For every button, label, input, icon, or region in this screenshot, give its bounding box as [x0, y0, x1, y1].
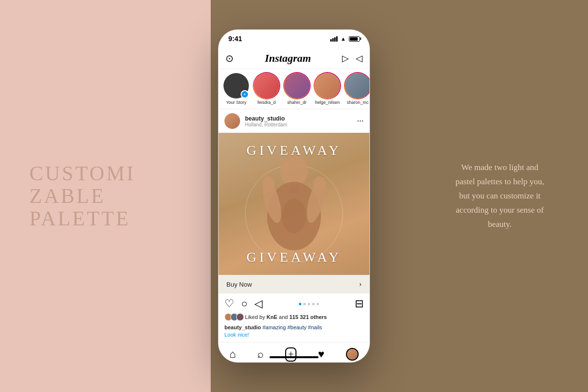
- instagram-logo: Instagram: [265, 52, 311, 65]
- like-icon[interactable]: ♡: [224, 297, 234, 310]
- post-image: GIVEAWAY GIVEAWAY: [219, 133, 369, 275]
- post-actions: ♡ ○ ◁ ⊟: [219, 294, 369, 312]
- action-left-icons: ♡ ○ ◁: [224, 297, 263, 310]
- bottom-nav: ⌂ ⌕ + ♥: [219, 342, 369, 363]
- story-label-3: helge_nilsen: [315, 100, 340, 105]
- story-label-1: feisdra_d: [257, 100, 275, 105]
- dot-2: [303, 303, 306, 305]
- post-location: Holland, Rotterdam: [245, 122, 352, 127]
- story-label-yourstory: Your Story: [226, 100, 246, 105]
- dot-5: [317, 303, 319, 305]
- instagram-header-actions: ▷ ◁: [342, 53, 363, 64]
- heart-nav-icon[interactable]: ♥: [318, 348, 324, 361]
- home-icon[interactable]: ⌂: [229, 348, 236, 361]
- post-more-icon[interactable]: ···: [357, 116, 364, 126]
- camera-icon[interactable]: ⊙: [225, 52, 234, 64]
- stories-row: + Your Story feisdra_d: [219, 69, 369, 109]
- status-time: 9:41: [228, 35, 242, 43]
- right-panel-description: We made two light and pastel palettes to…: [451, 161, 549, 231]
- signal-bars-icon: [330, 36, 338, 42]
- post-username[interactable]: beauty_studio: [245, 115, 352, 122]
- comment-icon[interactable]: ○: [241, 297, 247, 310]
- likes-text: Liked by KnE and 115 321 others: [245, 314, 327, 320]
- your-story-item[interactable]: + Your Story: [223, 73, 249, 105]
- post-likes: Liked by KnE and 115 321 others: [219, 312, 369, 323]
- instagram-header: ⊙ Instagram ▷ ◁: [219, 48, 369, 69]
- story-item-4[interactable]: sharon_mc: [345, 73, 369, 105]
- add-story-badge: +: [241, 90, 249, 98]
- post-caption: beauty_studio #amazing #beauty #nails Lo…: [219, 323, 369, 342]
- story-item-2[interactable]: shahin_dr: [284, 73, 310, 105]
- giveaway-bottom-text: GIVEAWAY: [246, 249, 342, 265]
- phone-mockup: 9:41 ▲ ⊙ Instagram: [218, 29, 370, 363]
- story-item-1[interactable]: feisdra_d: [254, 73, 279, 105]
- story-label-2: shahin_dr: [287, 100, 307, 105]
- battery-icon: [349, 36, 360, 42]
- share-icon[interactable]: ◁: [254, 297, 263, 310]
- dot-4: [312, 303, 315, 305]
- add-icon[interactable]: +: [285, 347, 296, 362]
- dot-1: [299, 303, 301, 305]
- post-avatar: [224, 113, 240, 129]
- phone-screen: 9:41 ▲ ⊙ Instagram: [218, 29, 370, 363]
- caption-username[interactable]: beauty_studio: [224, 324, 261, 330]
- save-icon[interactable]: ⊟: [355, 297, 364, 310]
- send-icon[interactable]: ◁: [356, 53, 363, 64]
- buy-now-bar[interactable]: Buy Now ›: [219, 275, 369, 294]
- left-panel-title: CUSTOMI ZABLE PALETTE: [29, 162, 135, 230]
- profile-avatar-nav[interactable]: [346, 348, 359, 361]
- like-avatars: [224, 313, 242, 321]
- post-header: beauty_studio Holland, Rotterdam ···: [219, 109, 369, 133]
- buy-now-label: Buy Now: [226, 281, 252, 288]
- page-background: CUSTOMI ZABLE PALETTE We made two light …: [0, 0, 588, 392]
- video-icon[interactable]: ▷: [342, 53, 349, 64]
- wifi-icon: ▲: [341, 36, 346, 42]
- search-icon[interactable]: ⌕: [257, 348, 264, 361]
- status-bar: 9:41 ▲: [219, 30, 369, 48]
- status-icons: ▲: [330, 36, 360, 42]
- story-label-4: sharon_mc: [347, 100, 369, 105]
- carousel-dots: [263, 303, 355, 305]
- dot-3: [308, 303, 310, 305]
- buy-now-arrow-icon: ›: [359, 280, 362, 289]
- caption-comment: Look nice!: [224, 332, 249, 338]
- giveaway-top-text: GIVEAWAY: [246, 143, 342, 158]
- post-image-overlay: GIVEAWAY GIVEAWAY: [219, 133, 369, 275]
- home-indicator: [270, 356, 318, 358]
- like-avatar-3: [236, 313, 244, 321]
- story-item-3[interactable]: helge_nilsen: [315, 73, 340, 105]
- caption-hashtags: #amazing #beauty #nails: [263, 324, 322, 330]
- post-user-info: beauty_studio Holland, Rotterdam: [245, 115, 352, 127]
